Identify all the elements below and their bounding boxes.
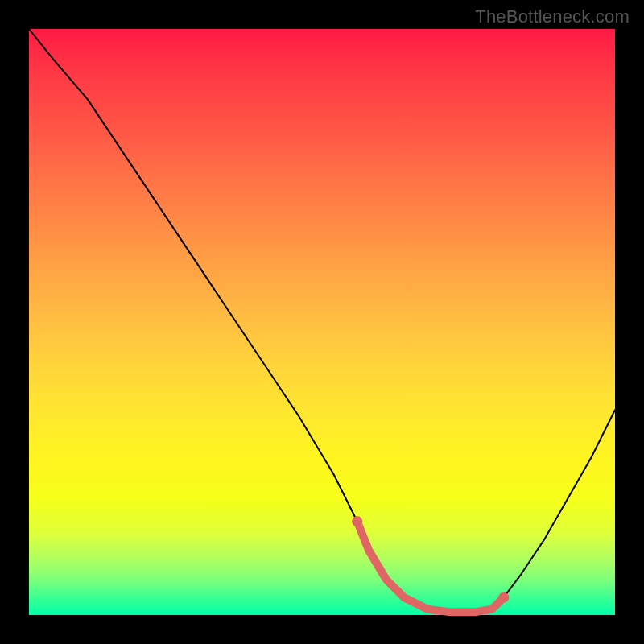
highlighted-optimal-range — [357, 522, 504, 613]
chart-container: TheBottleneck.com — [0, 0, 644, 644]
watermark-text: TheBottleneck.com — [475, 6, 630, 27]
bottleneck-curve — [29, 29, 615, 612]
highlight-end-dot — [498, 592, 509, 603]
plot-area — [29, 29, 615, 615]
curve-svg — [29, 29, 615, 615]
highlight-start-dot — [352, 516, 362, 526]
